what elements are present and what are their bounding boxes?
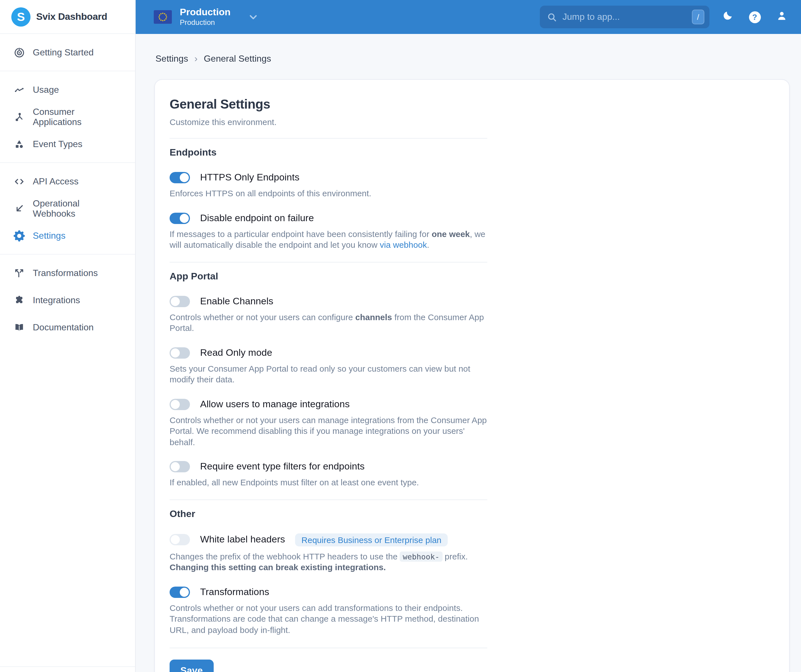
text-segment: Changes the prefix of the webhook HTTP h… [170,551,400,561]
disable-endpoint-toggle[interactable] [170,213,190,224]
consumer-applications-icon [14,111,25,123]
sidebar-nav: Getting Started Usage [0,34,135,346]
sidebar-item-label: Consumer Applications [33,107,122,127]
slash-shortcut-key: / [692,10,704,24]
sidebar-item-label: Usage [33,85,59,95]
breadcrumb-general-settings[interactable]: General Settings [204,54,271,64]
getting-started-icon [14,47,25,58]
text-segment: Sets your Consumer App Portal to read on… [170,363,470,384]
setting-label: Enable Channels [200,296,273,307]
user-menu-button[interactable] [769,5,794,29]
nav-group: API Access Operational Webhooks [0,162,135,254]
sidebar-item-getting-started[interactable]: Getting Started [0,39,135,66]
section-heading-other: Other [170,508,487,520]
moon-icon [722,10,733,24]
section-heading-app-portal: App Portal [170,271,487,282]
app-title: Svix Dashboard [36,11,107,23]
page-content: Settings › General Settings General Sett… [136,34,801,672]
usage-icon [14,84,25,96]
https-only-toggle[interactable] [170,172,190,183]
sidebar-item-usage[interactable]: Usage [0,76,135,103]
read-only-toggle[interactable] [170,347,190,358]
white-label-toggle[interactable] [170,534,190,545]
text-segment: prefix. [442,551,468,561]
sidebar-item-documentation[interactable]: Documentation [0,314,135,341]
enable-channels-toggle[interactable] [170,296,190,307]
sidebar: S Svix Dashboard Getting Started [0,0,136,672]
sidebar-item-operational-webhooks[interactable]: Operational Webhooks [0,195,135,222]
environment-subtitle: Production [180,18,230,27]
plan-requirement-badge: Requires Business or Enterprise plan [295,533,448,546]
sidebar-spacer [0,346,135,666]
dark-mode-toggle-button[interactable] [715,5,740,29]
setting-label: HTTPS Only Endpoints [200,172,299,183]
event-types-icon [14,139,25,150]
text-segment: channels [355,312,392,322]
sidebar-item-settings[interactable]: Settings [0,222,135,250]
sidebar-item-label: Integrations [33,295,80,305]
search-input[interactable] [563,12,687,22]
setting-description: Changes the prefix of the webhook HTTP h… [170,551,487,573]
inline-link[interactable]: via webhook [380,240,427,250]
app-window: S Svix Dashboard Getting Started [0,0,801,672]
svix-logo-icon: S [11,7,31,26]
sidebar-item-label: Operational Webhooks [33,198,122,219]
setting-row-white-label: White label headers Requires Business or… [170,533,487,546]
help-button[interactable]: ? [742,5,767,29]
sidebar-item-transformations[interactable]: Transformations [0,259,135,287]
search-icon [547,11,557,23]
sidebar-item-api-access[interactable]: API Access [0,168,135,195]
main-area: Production Production / [136,0,801,672]
setting-description: If enabled, all new Endpoints must filte… [170,477,487,488]
setting-description: Controls whether or not your users can m… [170,414,487,448]
section-divider [170,138,487,139]
setting-description: Enforces HTTPS on all endpoints of this … [170,188,487,199]
sidebar-item-consumer-applications[interactable]: Consumer Applications [0,103,135,131]
text-segment: Changing this setting can break existing… [170,562,386,572]
breadcrumb-separator: › [195,53,198,64]
jump-to-app-search[interactable]: / [540,6,709,28]
text-segment: Controls whether or not your users can c… [170,312,355,322]
breadcrumb: Settings › General Settings [154,53,790,64]
nav-group: Usage Consumer Applications [0,71,135,162]
documentation-book-icon [14,322,25,333]
sidebar-item-integrations[interactable]: Integrations [0,287,135,314]
transformations-toggle[interactable] [170,586,190,598]
setting-row-require-filters: Require event type filters for endpoints [170,461,487,472]
sidebar-footer-divider [0,666,135,672]
sidebar-item-event-types[interactable]: Event Types [0,131,135,158]
settings-gear-icon [14,230,25,242]
integrations-puzzle-icon [14,295,25,306]
save-button[interactable]: Save [170,659,213,672]
text-segment: Controls whether or not your users can a… [170,603,479,634]
breadcrumb-settings[interactable]: Settings [156,54,188,64]
setting-row-transformations: Transformations [170,586,487,598]
manage-integrations-toggle[interactable] [170,398,190,410]
nav-group: Getting Started [0,34,135,71]
setting-label: Allow users to manage integrations [200,398,350,410]
text-segment: . [427,240,429,250]
setting-row-https-only: HTTPS Only Endpoints [170,172,487,183]
setting-description: Controls whether or not your users can a… [170,602,487,635]
section-divider [170,499,487,500]
text-segment: Enforces HTTPS on all endpoints of this … [170,189,372,198]
setting-row-enable-channels: Enable Channels [170,296,487,307]
environment-name: Production [180,7,230,18]
chevron-down-icon [247,11,259,23]
user-icon [776,10,787,24]
text-segment: If messages to a particular endpoint hav… [170,229,432,239]
general-settings-card: General Settings Customize this environm… [154,79,790,672]
top-bar: Production Production / [136,0,801,34]
setting-description: Controls whether or not your users can c… [170,311,487,334]
eu-flag-icon [154,10,172,24]
require-filters-toggle[interactable] [170,461,190,472]
setting-label: Transformations [200,586,269,598]
section-divider [170,648,487,648]
section-heading-endpoints: Endpoints [170,147,487,158]
help-icon: ? [749,11,761,23]
environment-selector[interactable]: Production Production [154,7,259,27]
brand-header: S Svix Dashboard [0,0,135,34]
sidebar-item-label: Settings [33,231,66,241]
page-subtitle: Customize this environment. [170,117,487,127]
setting-description: Sets your Consumer App Portal to read on… [170,363,487,385]
